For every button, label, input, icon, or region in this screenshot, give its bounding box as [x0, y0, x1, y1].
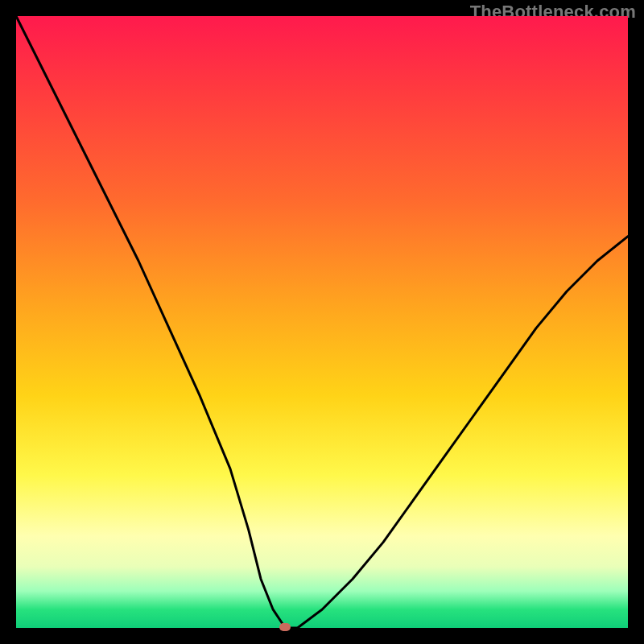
bottleneck-curve [16, 16, 628, 628]
chart-frame: TheBottleneck.com [0, 0, 644, 644]
plot-area [16, 16, 628, 628]
curve-path [16, 16, 628, 628]
minimum-marker [279, 623, 291, 631]
